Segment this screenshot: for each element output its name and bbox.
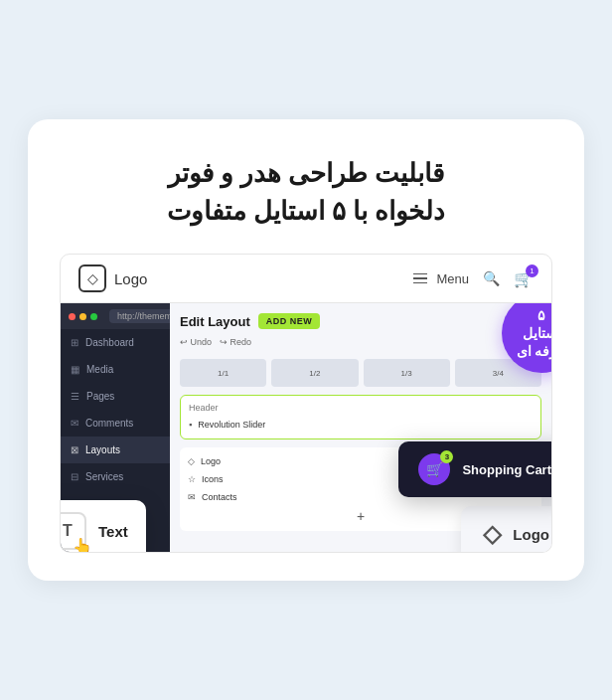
cart-icon-badge: 3 — [440, 450, 453, 463]
dot-yellow — [79, 313, 86, 320]
sidebar-item-label: Dashboard — [85, 337, 134, 348]
sidebar-item-label: Pages — [86, 391, 114, 402]
cart-count: 1 — [526, 264, 538, 277]
header-section-label: Header — [189, 403, 533, 413]
text-widget-card: T 👆 Text — [60, 500, 146, 553]
menu-group[interactable]: Menu — [413, 271, 469, 286]
menu-icon — [413, 273, 427, 284]
dot-green — [90, 313, 97, 320]
badge-line2: حرفه ای — [517, 342, 552, 360]
logo-label: Logo — [114, 270, 147, 287]
undo-button[interactable]: ↩ Undo — [180, 337, 212, 347]
nav-right: Menu 🔍 🛒 1 — [413, 269, 534, 288]
text-widget-label: Text — [98, 523, 128, 540]
badge-number: ۵ — [537, 306, 545, 324]
browser-dots — [69, 313, 97, 320]
shopping-cart-label: Shopping Cart — [462, 462, 551, 477]
content-title: Edit Layout — [180, 314, 250, 329]
revolution-icon: ▪ — [189, 420, 192, 430]
main-card: قابلیت طراحی هدر و فوتر دلخواه با ۵ استا… — [28, 119, 584, 581]
logo-area: ◇ Logo — [78, 264, 147, 292]
content-header: Edit Layout ADD NEW — [180, 313, 541, 329]
widget-contacts-icon: ✉ — [188, 492, 196, 502]
pages-icon: ☰ — [71, 391, 79, 402]
text-widget-icon: T 👆 — [60, 512, 86, 550]
widget-logo-label: Logo — [201, 456, 221, 466]
cursor-icon: 👆 — [73, 537, 92, 553]
logo-icon: ◇ — [78, 264, 106, 292]
browser-chrome: http://thememo.net/ — [61, 303, 170, 329]
sidebar-item-label: Media — [86, 364, 113, 375]
sidebar-item-pages[interactable]: ☰ Pages — [61, 383, 170, 410]
widget-icons-label: Icons — [202, 474, 224, 484]
header-section: Header ▪ Revolution Slider — [180, 395, 541, 439]
undo-redo: ↩ Undo ↪ Redo — [180, 337, 541, 347]
sidebar-item-services[interactable]: ⊟ Services — [61, 463, 170, 490]
cart-badge[interactable]: 🛒 1 — [514, 269, 534, 288]
layout-col-2[interactable]: 1/2 — [271, 359, 358, 387]
browser-area: ◇ Logo Menu 🔍 🛒 1 — [60, 254, 552, 553]
badge-line1: استایل — [523, 324, 553, 342]
sidebar-item-comments[interactable]: ✉ Comments — [61, 410, 170, 437]
topbar: ◇ Logo Menu 🔍 🛒 1 — [60, 254, 552, 303]
layout-cols: 1/1 1/2 1/3 3/4 — [180, 359, 541, 387]
comments-icon: ✉ — [71, 418, 78, 429]
widget-logo-icon: ◇ — [188, 456, 195, 466]
headline-line2: دلخواه با ۵ استایل متفاوت — [167, 193, 446, 231]
revolution-label: Revolution Slider — [198, 420, 265, 430]
layout-col-3[interactable]: 1/3 — [364, 359, 450, 387]
headline-line1: قابلیت طراحی هدر و فوتر — [167, 155, 446, 193]
logo-card-label: Logo — [513, 526, 549, 543]
section-item-revolution: ▪ Revolution Slider — [189, 418, 533, 432]
logo-card: ◇ Logo — [461, 506, 552, 553]
sidebar-item-label: Comments — [85, 418, 133, 429]
add-new-button[interactable]: ADD NEW — [258, 313, 321, 329]
headline: قابلیت طراحی هدر و فوتر دلخواه با ۵ استا… — [167, 155, 446, 230]
widget-icons-icon: ☆ — [188, 474, 196, 484]
main-area: http://thememo.net/ ⊞ Dashboard ▦ Media … — [60, 303, 552, 553]
cart-icon-circle: 🛒 3 — [418, 453, 450, 485]
sidebar-items: ⊞ Dashboard ▦ Media ☰ Pages ✉ Comments — [61, 329, 170, 490]
widget-contacts-label: Contacts — [202, 492, 237, 502]
redo-button[interactable]: ↪ Redo — [220, 337, 251, 347]
services-icon: ⊟ — [71, 471, 78, 482]
logo-card-icon: ◇ — [483, 520, 501, 548]
dot-red — [69, 313, 76, 320]
sidebar-item-label: Services — [85, 471, 123, 482]
sidebar-item-dashboard[interactable]: ⊞ Dashboard — [61, 329, 170, 356]
sidebar-item-label: Layouts — [85, 444, 120, 455]
layout-col-1[interactable]: 1/1 — [180, 359, 266, 387]
media-icon: ▦ — [71, 364, 79, 375]
shopping-cart-popup[interactable]: 🛒 3 Shopping Cart — [398, 441, 552, 497]
layouts-icon: ⊠ — [71, 444, 78, 455]
sidebar-item-media[interactable]: ▦ Media — [61, 356, 170, 383]
dashboard-icon: ⊞ — [71, 337, 78, 348]
search-icon[interactable]: 🔍 — [483, 270, 500, 286]
menu-label: Menu — [436, 271, 469, 286]
sidebar-item-layouts[interactable]: ⊠ Layouts — [61, 437, 170, 463]
